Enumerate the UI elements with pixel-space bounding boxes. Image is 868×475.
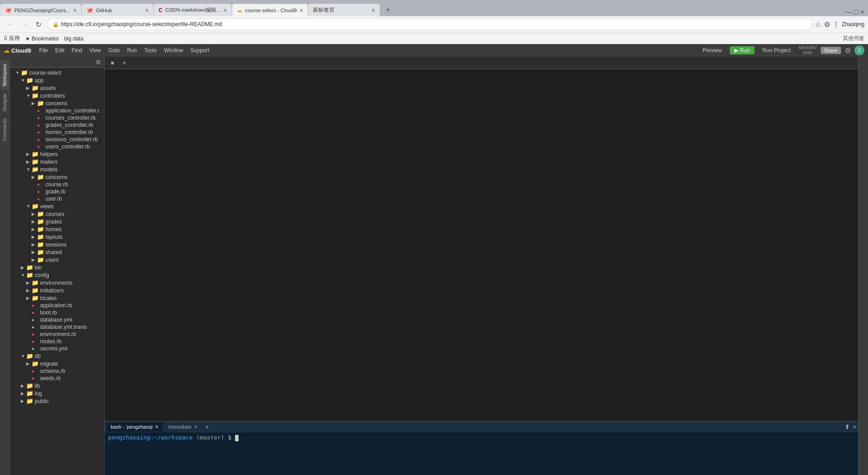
tree-item-user-rb[interactable]: ▶ ● user.rb <box>10 195 104 202</box>
commands-tab[interactable]: Commands <box>0 115 9 145</box>
tree-item-boot-rb[interactable]: ▶ ● boot.rb <box>10 309 104 316</box>
tree-item-models[interactable]: ▼ 📁 models <box>10 166 104 173</box>
tree-item-public[interactable]: ▶ 📁 public <box>10 397 104 405</box>
tree-item-database-yml[interactable]: ▶ ● database.yml <box>10 316 104 323</box>
tree-item-courses-ctrl[interactable]: ▶ ● courses_controller.rb <box>10 114 104 121</box>
tree-item-sessions-view[interactable]: ▶ 📁 sessions <box>10 241 104 248</box>
tree-item-application-rb[interactable]: ▶ ● application.rb <box>10 302 104 309</box>
run-project-button[interactable]: Run Project <box>758 46 796 54</box>
workspace-tab[interactable]: Workspace <box>0 60 9 90</box>
tree-item-database-yml-travis[interactable]: ▶ ● database.yml.travis <box>10 323 104 331</box>
tree-item-application-ctrl[interactable]: ▶ ● application_controller.r <box>10 107 104 114</box>
tree-item-concerns-models[interactable]: ▶ 📁 concerns <box>10 173 104 181</box>
tree-item-course-rb[interactable]: ▶ ● course.rb <box>10 181 104 188</box>
browser-tab-1[interactable]: 🐙 PENGZhaoqing/Cours... × <box>0 4 81 16</box>
tree-root[interactable]: ▼ 📁 course-select <box>10 69 104 76</box>
tree-item-db[interactable]: ▼ 📁 db <box>10 352 104 360</box>
file-tree-settings-icon[interactable]: ⚙ <box>95 58 101 66</box>
maximize-icon[interactable]: □ <box>854 8 859 16</box>
tree-item-shared-view[interactable]: ▶ 📁 shared <box>10 248 104 256</box>
tree-item-initializers[interactable]: ▶ 📁 initializers <box>10 287 104 294</box>
tree-item-courses-view[interactable]: ▶ 📁 courses <box>10 210 104 218</box>
menu-tools[interactable]: Tools <box>140 44 160 57</box>
tree-item-layouts-view[interactable]: ▶ 📁 layouts <box>10 233 104 241</box>
run-button[interactable]: ▶ Run <box>730 46 754 54</box>
tree-item-app[interactable]: ▼ 📁 app <box>10 76 104 84</box>
terminal-expand-icon[interactable]: ⬆ <box>845 423 850 430</box>
editor-new-tab-button[interactable]: + <box>119 58 129 68</box>
share-button[interactable]: Share <box>821 47 841 54</box>
tree-item-mailers[interactable]: ▶ 📁 mailers <box>10 158 104 166</box>
apps-button[interactable]: ⠿ 应用 <box>4 35 20 42</box>
tree-item-environments[interactable]: ▶ 📁 environments <box>10 279 104 287</box>
tab2-title: GitHub <box>96 8 142 13</box>
menu-file[interactable]: File <box>36 44 51 57</box>
terminal-new-tab-button[interactable]: + <box>203 422 212 431</box>
browser-tab-5[interactable]: 新标签页 × <box>308 4 380 16</box>
reload-button[interactable]: ↻ <box>32 18 44 30</box>
tree-item-bin[interactable]: ▶ 📁 bin <box>10 264 104 271</box>
bigdata-bookmark[interactable]: big data <box>64 36 83 42</box>
tree-item-environment-rb[interactable]: ▶ ● environment.rb <box>10 331 104 338</box>
preview-button[interactable]: Preview <box>698 46 727 54</box>
terminal-tab-bash[interactable]: bash - 'pengzhaoqi × <box>106 422 163 432</box>
terminal-tab-immediate[interactable]: Immediate × <box>164 422 202 432</box>
tab3-close[interactable]: × <box>223 7 227 14</box>
tree-item-users-ctrl[interactable]: ▶ ● users_controller.rb <box>10 143 104 150</box>
tree-item-log[interactable]: ▶ 📁 log <box>10 390 104 397</box>
tree-item-grade-rb[interactable]: ▶ ● grade.rb <box>10 188 104 195</box>
tree-item-sessions-ctrl[interactable]: ▶ ● sessions_controller.rb <box>10 136 104 143</box>
close-icon[interactable]: × <box>860 8 864 16</box>
tree-item-migrate[interactable]: ▶ 📁 migrate <box>10 360 104 367</box>
tree-item-helpers[interactable]: ▶ 📁 helpers <box>10 150 104 158</box>
settings-icon[interactable]: ⚙ <box>845 46 851 55</box>
tree-item-controllers[interactable]: ▼ 📁 controllers <box>10 92 104 99</box>
tab2-close[interactable]: × <box>145 7 149 14</box>
tree-item-locales[interactable]: ▶ 📁 locales <box>10 294 104 302</box>
browser-tab-3[interactable]: C CSDN-markdown编辑... × <box>154 4 232 16</box>
tree-item-schema-rb[interactable]: ▶ ● schema.rb <box>10 367 104 375</box>
tree-item-concerns-ctrl[interactable]: ▶ 📁 concerns <box>10 99 104 107</box>
tree-item-seeds-rb[interactable]: ▶ ● seeds.rb <box>10 375 104 382</box>
star-icon[interactable]: ☆ <box>815 20 821 29</box>
tree-item-assets[interactable]: ▶ 📁 assets <box>10 84 104 92</box>
extension-icon[interactable]: ⚙ <box>824 20 830 29</box>
minimize-icon[interactable]: — <box>845 8 852 16</box>
tree-item-config[interactable]: ▼ 📁 config <box>10 271 104 279</box>
navigate-tab[interactable]: Navigate <box>0 90 9 115</box>
terminal-content[interactable]: pengzhaoqing:~/workspace (master) $ <box>104 432 858 475</box>
tree-item-lib[interactable]: ▶ 📁 lib <box>10 382 104 390</box>
tree-item-grades-ctrl[interactable]: ▶ ● grades_controller.rb <box>10 121 104 129</box>
terminal-close-icon[interactable]: × <box>853 423 856 430</box>
new-tab-button[interactable]: + <box>382 4 394 16</box>
menu-goto[interactable]: Goto <box>104 44 123 57</box>
editor-tab-file[interactable]: ■ <box>106 57 118 69</box>
menu-icon[interactable]: ⋮ <box>833 21 839 28</box>
browser-tab-2[interactable]: 🐙 GitHub × <box>81 4 154 16</box>
menu-find[interactable]: Find <box>68 44 86 57</box>
other-bookmarks[interactable]: 其他书签 <box>843 35 864 42</box>
tree-item-grades-view[interactable]: ▶ 📁 grades <box>10 218 104 225</box>
terminal-tab-bash-close[interactable]: × <box>155 424 158 430</box>
menu-run[interactable]: Run <box>123 44 140 57</box>
menu-support[interactable]: Support <box>187 44 213 57</box>
menu-window[interactable]: Window <box>160 44 187 57</box>
browser-tab-4[interactable]: ☁ course-select - Cloud9 × <box>232 4 308 16</box>
user-avatar[interactable]: Z <box>854 45 864 55</box>
tab1-close[interactable]: × <box>73 7 77 14</box>
tree-item-views[interactable]: ▼ 📁 views <box>10 202 104 210</box>
tab5-close[interactable]: × <box>371 7 375 14</box>
tree-item-homes-view[interactable]: ▶ 📁 homes <box>10 225 104 233</box>
menu-view[interactable]: View <box>86 44 104 57</box>
forward-button[interactable]: → <box>18 18 30 30</box>
tree-item-secrets-yml[interactable]: ▶ ● secrets.yml <box>10 345 104 352</box>
tree-item-routes-rb[interactable]: ▶ ● routes.rb <box>10 338 104 345</box>
address-input[interactable]: 🔒 https://ide.c9.io/pengzhaoqing/course-… <box>47 18 812 30</box>
bookmarks-label[interactable]: ★ Bookmarks <box>25 36 59 42</box>
terminal-tab-immediate-close[interactable]: × <box>194 424 197 430</box>
tree-item-homes-ctrl[interactable]: ▶ ● homes_controller.rb <box>10 129 104 136</box>
tab4-close[interactable]: × <box>299 7 303 14</box>
back-button[interactable]: ← <box>4 18 15 30</box>
tree-item-users-view[interactable]: ▶ 📁 users <box>10 256 104 264</box>
menu-edit[interactable]: Edit <box>51 44 68 57</box>
